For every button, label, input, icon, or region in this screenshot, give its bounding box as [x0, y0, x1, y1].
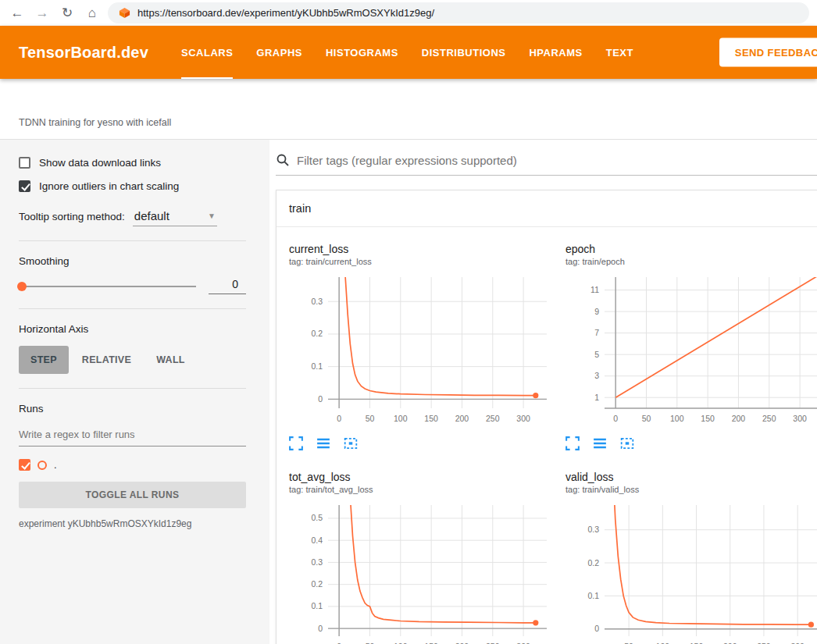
send-feedback-button[interactable]: SEND FEEDBACK — [719, 38, 817, 67]
chart-title: tot_avg_loss — [289, 471, 555, 483]
svg-text:300: 300 — [516, 414, 530, 423]
chevron-down-icon: ▼ — [208, 212, 216, 220]
run-color-swatch — [37, 461, 47, 470]
svg-text:0: 0 — [613, 414, 618, 423]
tooltip-sorting-value: default — [134, 209, 169, 222]
svg-text:9: 9 — [594, 307, 599, 316]
sidebar-divider — [19, 308, 246, 309]
chart-tag: tag: train/epoch — [565, 257, 817, 266]
svg-text:150: 150 — [424, 414, 438, 423]
runs-selector-icon[interactable] — [593, 436, 607, 450]
fit-domain-icon[interactable] — [620, 436, 634, 450]
tab-hparams[interactable]: HPARAMS — [529, 26, 582, 79]
svg-text:11: 11 — [590, 285, 599, 294]
home-icon[interactable]: ⌂ — [83, 4, 102, 23]
runs-filter-input[interactable] — [19, 425, 246, 447]
tab-text[interactable]: TEXT — [606, 26, 633, 79]
train-section-card: train current_loss tag: train/current_lo… — [276, 190, 817, 644]
smoothing-value[interactable]: 0 — [209, 278, 246, 294]
fit-domain-icon[interactable] — [344, 436, 358, 450]
svg-text:250: 250 — [762, 414, 776, 423]
svg-text:0.3: 0.3 — [587, 525, 599, 534]
svg-text:7: 7 — [594, 328, 599, 337]
expand-chart-icon[interactable] — [565, 436, 580, 450]
smoothing-slider[interactable] — [19, 286, 196, 287]
ignore-outliers-row: Ignore outliers in chart scaling — [19, 180, 246, 192]
toggle-all-runs-button[interactable]: TOGGLE ALL RUNS — [19, 482, 246, 508]
smoothing-slider-row: 0 — [19, 278, 246, 294]
chart-tile-valid-loss: valid_loss tag: train/valid_loss 5010015… — [565, 471, 817, 644]
experiment-id-note: experiment yKUbhb5wRmOSXYkId1z9eg — [19, 518, 246, 529]
chart-tag: tag: train/valid_loss — [565, 485, 817, 494]
svg-text:0.4: 0.4 — [311, 535, 323, 545]
chart-tag: tag: train/tot_avg_loss — [289, 485, 555, 494]
train-section-header[interactable]: train — [276, 190, 817, 227]
chart-title: epoch — [565, 243, 817, 255]
svg-text:0.3: 0.3 — [311, 557, 323, 567]
tab-scalars[interactable]: SCALARS — [181, 26, 233, 79]
forward-icon[interactable]: → — [33, 4, 52, 23]
settings-sidebar: Show data download links Ignore outliers… — [0, 140, 269, 644]
ignore-outliers-label: Ignore outliers in chart scaling — [39, 180, 179, 192]
svg-text:50: 50 — [366, 414, 375, 423]
app-header: TensorBoard.dev SCALARS GRAPHS HISTOGRAM… — [0, 26, 817, 79]
svg-text:0.5: 0.5 — [311, 513, 323, 522]
svg-text:5: 5 — [594, 350, 599, 359]
svg-text:0: 0 — [318, 394, 323, 404]
tooltip-sorting-select[interactable]: default ▼ — [133, 208, 217, 226]
experiment-title: TDNN training for yesno with icefall — [19, 117, 171, 128]
sidebar-divider — [19, 240, 246, 241]
line-chart-tot-avg-loss[interactable]: 05010015020025030000.10.20.30.40.5 — [289, 500, 551, 644]
reload-icon[interactable]: ↻ — [58, 4, 77, 23]
address-bar[interactable]: https://tensorboard.dev/experiment/yKUbh… — [108, 2, 809, 23]
line-chart-epoch[interactable]: 0501001502002503001357911 — [565, 272, 817, 429]
svg-text:0.1: 0.1 — [311, 361, 323, 371]
chart-title: valid_loss — [565, 471, 817, 483]
show-download-links-row: Show data download links — [19, 157, 246, 169]
svg-text:250: 250 — [486, 414, 500, 423]
horizontal-axis-buttons: STEP RELATIVE WALL — [19, 346, 246, 374]
smoothing-slider-thumb[interactable] — [17, 282, 27, 291]
svg-text:0.2: 0.2 — [587, 558, 599, 568]
app-logo[interactable]: TensorBoard.dev — [19, 44, 148, 62]
run-checkbox[interactable] — [19, 459, 30, 471]
svg-text:50: 50 — [642, 414, 651, 423]
svg-text:0.1: 0.1 — [311, 601, 323, 610]
browser-toolbar: ← → ↻ ⌂ https://tensorboard.dev/experime… — [0, 0, 817, 26]
run-name: . — [54, 459, 57, 471]
tab-distributions[interactable]: DISTRIBUTIONS — [422, 26, 506, 79]
show-download-links-checkbox[interactable] — [19, 157, 30, 169]
svg-text:3: 3 — [594, 371, 599, 380]
svg-text:100: 100 — [670, 414, 684, 423]
axis-step-button[interactable]: STEP — [19, 346, 69, 374]
axis-relative-button[interactable]: RELATIVE — [70, 346, 143, 374]
sidebar-divider — [19, 388, 246, 389]
url-text: https://tensorboard.dev/experiment/yKUbh… — [137, 7, 434, 19]
back-icon[interactable]: ← — [8, 4, 27, 23]
axis-wall-button[interactable]: WALL — [144, 346, 197, 374]
tensorboard-favicon — [119, 7, 130, 19]
expand-chart-icon[interactable] — [289, 436, 303, 450]
tag-filter-row — [276, 149, 817, 176]
run-list-item: . — [19, 459, 246, 471]
svg-text:0.1: 0.1 — [587, 591, 599, 600]
tooltip-sorting-label: Tooltip sorting method: — [19, 211, 125, 222]
tab-graphs[interactable]: GRAPHS — [256, 26, 302, 79]
tag-filter-input[interactable] — [297, 154, 817, 167]
line-chart-valid-loss[interactable]: 5010015020025030000.10.20.3 — [565, 500, 817, 644]
line-chart-current-loss[interactable]: 05010015020025030000.10.20.3 — [289, 272, 551, 429]
chart-tile-current-loss: current_loss tag: train/current_loss 050… — [289, 243, 555, 450]
svg-text:100: 100 — [394, 414, 408, 423]
chart-title: current_loss — [289, 243, 555, 255]
runs-selector-icon[interactable] — [316, 436, 330, 450]
ignore-outliers-checkbox[interactable] — [19, 180, 30, 192]
chart-tile-epoch: epoch tag: train/epoch 05010015020025030… — [565, 243, 817, 450]
svg-text:200: 200 — [732, 414, 746, 423]
smoothing-label: Smoothing — [19, 255, 246, 267]
horizontal-axis-label: Horizontal Axis — [19, 323, 246, 335]
experiment-bar: TDNN training for yesno with icefall — [0, 79, 817, 140]
nav-tabs: SCALARS GRAPHS HISTOGRAMS DISTRIBUTIONS … — [181, 26, 633, 79]
tab-histograms[interactable]: HISTOGRAMS — [326, 26, 398, 79]
svg-text:0: 0 — [318, 624, 323, 633]
svg-text:150: 150 — [701, 414, 715, 423]
